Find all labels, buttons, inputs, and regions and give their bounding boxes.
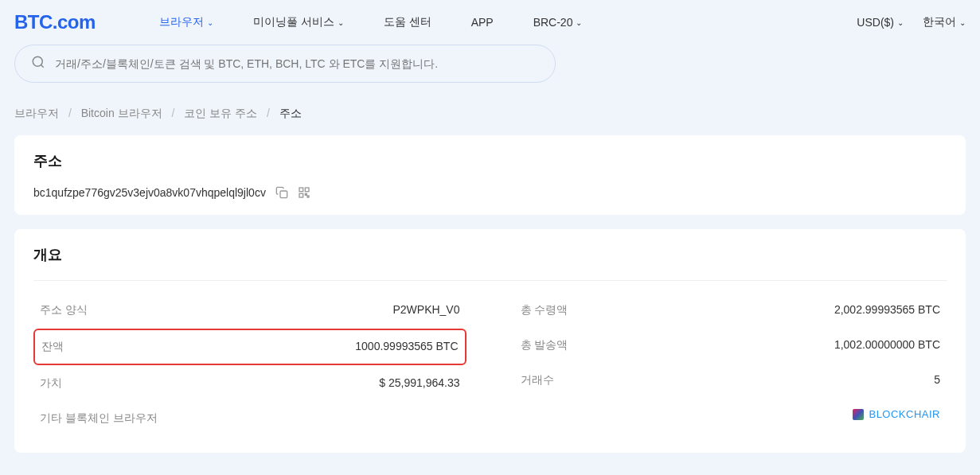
search-bar[interactable] (14, 45, 556, 83)
nav-right: USD($) ⌄ 한국어 ⌄ (857, 15, 966, 29)
address-value: bc1qufzpe776gv25v3ejv0a8vk07vhqpelql9jl0… (33, 186, 266, 199)
svg-rect-4 (305, 188, 309, 192)
blockchair-link[interactable]: BLOCKCHAIR (853, 408, 940, 420)
blockchair-label: BLOCKCHAIR (869, 408, 940, 420)
nav-mining[interactable]: 미이닝풀 서비스 ⌄ (253, 15, 344, 29)
svg-point-0 (33, 56, 42, 66)
nav-label: BRC-20 (533, 16, 573, 29)
currency-selector[interactable]: USD($) ⌄ (857, 15, 904, 29)
nav-label: APP (471, 16, 494, 29)
row-total-received: 총 수령액 2,002.99993565 BTC (514, 294, 947, 327)
svg-rect-2 (280, 191, 287, 198)
breadcrumb-item[interactable]: 코인 보유 주소 (184, 107, 257, 119)
breadcrumb-separator: / (68, 107, 72, 119)
chevron-down-icon: ⌄ (897, 18, 904, 27)
overview-left-col: 주소 양식 P2WPKH_V0 잔액 1000.99993565 BTC 가치 … (33, 294, 467, 437)
chevron-down-icon: ⌄ (338, 18, 344, 27)
label: 거래수 (521, 373, 554, 387)
blockchair-icon (853, 409, 864, 420)
label: 잔액 (41, 340, 64, 354)
logo[interactable]: BTC.com (14, 11, 96, 33)
nav-label: 미이닝풀 서비스 (253, 15, 334, 29)
nav-label: 도움 센터 (384, 15, 431, 29)
value: 1000.99993565 BTC (355, 340, 458, 354)
overview-right-col: 총 수령액 2,002.99993565 BTC 총 발송액 1,002.000… (514, 294, 947, 437)
address-title: 주소 (33, 151, 947, 170)
currency-label: USD($) (857, 16, 894, 29)
breadcrumb-item[interactable]: Bitcoin 브라우저 (81, 107, 162, 119)
nav-help[interactable]: 도움 센터 (384, 15, 431, 29)
label: 총 수령액 (521, 303, 568, 317)
chevron-down-icon: ⌄ (576, 18, 582, 27)
nav-app[interactable]: APP (471, 15, 494, 29)
overview-body: 주소 양식 P2WPKH_V0 잔액 1000.99993565 BTC 가치 … (33, 280, 947, 437)
row-address-format: 주소 양식 P2WPKH_V0 (33, 294, 467, 327)
row-total-sent: 총 발송액 1,002.00000000 BTC (514, 329, 947, 362)
overview-title: 개요 (33, 245, 947, 264)
address-row: bc1qufzpe776gv25v3ejv0a8vk07vhqpelql9jl0… (33, 186, 947, 199)
row-blockchair: BLOCKCHAIR (514, 399, 947, 430)
row-balance: 잔액 1000.99993565 BTC (35, 330, 465, 364)
value: $ 25,991,964.33 (379, 376, 459, 391)
breadcrumb: 브라우저 / Bitcoin 브라우저 / 코인 보유 주소 / 주소 (0, 107, 980, 135)
breadcrumb-separator: / (171, 107, 174, 119)
label: 총 발송액 (521, 338, 568, 352)
nav-browser[interactable]: 브라우저 ⌄ (159, 15, 213, 29)
label: 기타 블록체인 브라우저 (40, 411, 158, 426)
nav-label: 브라우저 (159, 15, 204, 29)
svg-line-1 (41, 64, 43, 67)
breadcrumb-separator: / (267, 107, 270, 119)
address-card: 주소 bc1qufzpe776gv25v3ejv0a8vk07vhqpelql9… (14, 135, 966, 215)
main-nav: 브라우저 ⌄ 미이닝풀 서비스 ⌄ 도움 센터 APP BRC-20 ⌄ (159, 15, 857, 29)
label: 주소 양식 (40, 303, 88, 317)
value: 1,002.00000000 BTC (834, 338, 940, 352)
chevron-down-icon: ⌄ (959, 18, 966, 27)
chevron-down-icon: ⌄ (207, 18, 213, 27)
row-other-explorer: 기타 블록체인 브라우저 (33, 402, 467, 435)
header: BTC.com 브라우저 ⌄ 미이닝풀 서비스 ⌄ 도움 센터 APP BRC-… (0, 0, 980, 45)
overview-card: 개요 주소 양식 P2WPKH_V0 잔액 1000.99993565 BTC … (14, 229, 966, 453)
search-input[interactable] (55, 57, 539, 70)
value: 2,002.99993565 BTC (834, 303, 940, 317)
language-selector[interactable]: 한국어 ⌄ (923, 15, 966, 29)
svg-rect-6 (305, 193, 306, 195)
search-icon (31, 55, 45, 72)
label: 가치 (40, 376, 62, 391)
svg-rect-5 (299, 193, 303, 197)
nav-brc20[interactable]: BRC-20 ⌄ (533, 15, 583, 29)
row-value: 가치 $ 25,991,964.33 (33, 367, 467, 400)
breadcrumb-current: 주소 (279, 107, 302, 119)
language-label: 한국어 (923, 15, 956, 29)
qr-icon[interactable] (298, 186, 310, 199)
copy-icon[interactable] (275, 186, 288, 199)
search-container (0, 45, 980, 107)
svg-rect-3 (299, 188, 303, 192)
svg-rect-7 (307, 196, 309, 197)
row-tx-count: 거래수 5 (514, 364, 947, 397)
breadcrumb-item[interactable]: 브라우저 (14, 107, 59, 119)
value: 5 (934, 373, 940, 387)
value: P2WPKH_V0 (392, 303, 459, 317)
